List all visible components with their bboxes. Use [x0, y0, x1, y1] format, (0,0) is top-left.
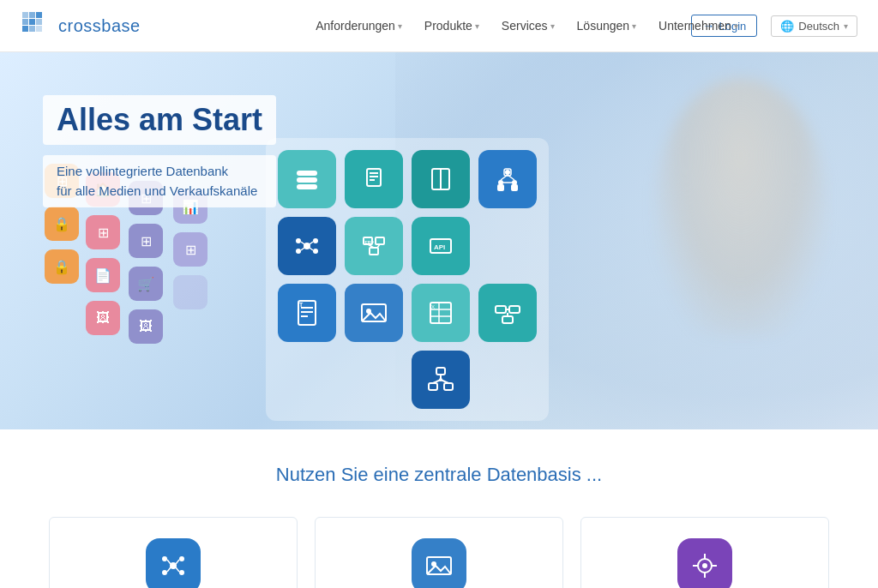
svg-rect-4: [29, 19, 35, 25]
hero-title-box: Alles am Start: [43, 95, 276, 145]
svg-rect-1: [29, 12, 35, 18]
svg-rect-6: [22, 26, 28, 32]
nav-services[interactable]: Services ▾: [493, 14, 563, 38]
grid-icon-textdoc: T: [278, 284, 336, 342]
hero-subtitle-box: Eine vollintegrierte Datenbank für alle …: [43, 155, 276, 207]
svg-line-32: [301, 242, 304, 244]
svg-text:X: X: [431, 304, 435, 309]
svg-rect-59: [502, 316, 513, 323]
grid-icon-empty1: [478, 217, 537, 275]
nav-anforderungen[interactable]: Anforderungen ▾: [307, 14, 411, 38]
deco-icon-13: ⊞: [173, 232, 207, 267]
deco-icon-2: 🔒: [45, 207, 79, 241]
hero-text-area: Alles am Start Eine vollintegrierte Date…: [43, 95, 276, 207]
svg-rect-37: [376, 237, 384, 244]
section-title: Nutzen Sie eine zentrale Datenbasis ...: [34, 464, 844, 486]
grid-icon-empty2: [278, 351, 336, 409]
svg-text:T: T: [299, 302, 304, 308]
grid-icon-db: [278, 150, 336, 208]
logo-text: crossbase: [58, 16, 141, 36]
svg-rect-5: [36, 19, 42, 25]
logo-icon: [21, 10, 51, 41]
card-pim: PIM Mit dem Product Information Manageme…: [49, 517, 298, 588]
grid-icon-workflow: [412, 351, 470, 409]
grid-icon-connect: [478, 284, 537, 342]
deco-icon-6: 📄: [86, 258, 120, 292]
hero-section: Alles am Start Eine vollintegrierte Date…: [0, 52, 878, 429]
svg-rect-0: [22, 12, 28, 18]
svg-line-35: [310, 248, 313, 250]
chevron-down-icon: ▾: [632, 21, 636, 31]
svg-point-80: [702, 563, 707, 568]
svg-line-73: [167, 560, 171, 564]
deco-icon-9: ⊞: [129, 224, 163, 258]
svg-line-33: [310, 242, 313, 244]
hero-subtitle: Eine vollintegrierte Datenbank für alle …: [57, 162, 262, 201]
svg-rect-26: [511, 184, 518, 191]
svg-rect-24: [497, 184, 504, 191]
cms-icon-circle: [677, 538, 732, 588]
deco-icon-3: 🔒: [45, 249, 79, 284]
grid-icon-excel: X: [412, 284, 470, 342]
svg-line-34: [301, 248, 304, 250]
grid-icon-network: [478, 150, 537, 208]
grid-icon-doc: [345, 150, 403, 208]
nav-loesungen[interactable]: Lösungen ▾: [568, 14, 646, 38]
svg-rect-3: [22, 19, 28, 25]
svg-point-29: [313, 238, 318, 243]
svg-point-69: [162, 556, 167, 561]
deco-icon-7: 🖼: [86, 301, 120, 335]
svg-rect-7: [29, 26, 35, 32]
grid-icon-cluster: [278, 217, 336, 275]
svg-text:API: API: [434, 243, 445, 251]
mam-icon-circle: [412, 538, 466, 588]
svg-point-31: [313, 249, 318, 254]
deco-icon-10: 🛒: [129, 267, 163, 301]
svg-point-18: [505, 170, 510, 175]
svg-rect-57: [509, 306, 520, 313]
svg-point-27: [304, 243, 310, 249]
svg-rect-2: [36, 12, 42, 18]
chevron-down-icon: ▾: [550, 21, 555, 31]
grid-icon-book: [412, 150, 470, 208]
main-nav: Anforderungen ▾ Produkte ▾ Services ▾ Lö…: [307, 14, 747, 38]
svg-point-30: [296, 249, 301, 254]
chevron-down-icon: ▾: [398, 21, 402, 31]
svg-line-74: [176, 560, 179, 564]
svg-rect-62: [429, 383, 437, 390]
svg-text:ERP: ERP: [365, 240, 375, 245]
nav-produkte[interactable]: Produkte ▾: [416, 14, 488, 38]
deco-icon-5: ⊞: [86, 215, 120, 249]
svg-rect-8: [36, 26, 42, 32]
svg-rect-61: [436, 368, 445, 375]
main-icon-grid: ERP API T: [266, 138, 549, 421]
chevron-down-icon: ▾: [734, 21, 738, 31]
svg-point-72: [179, 570, 184, 575]
svg-rect-10: [297, 177, 317, 183]
header: crossbase Anforderungen ▾ Produkte ▾ Ser…: [0, 0, 878, 52]
cards-row: PIM Mit dem Product Information Manageme…: [34, 517, 844, 588]
svg-point-70: [179, 556, 184, 561]
grid-icon-empty3: [345, 351, 403, 409]
bottom-section: Nutzen Sie eine zentrale Datenbasis ... …: [0, 429, 878, 588]
svg-line-75: [167, 567, 171, 572]
svg-point-71: [162, 570, 167, 575]
svg-line-76: [176, 567, 179, 572]
deco-icon-14: [173, 275, 207, 309]
lang-chevron-icon: ▾: [844, 21, 848, 31]
svg-rect-56: [496, 306, 506, 313]
chevron-down-icon: ▾: [475, 21, 479, 31]
pim-icon-circle: [146, 538, 201, 588]
logo[interactable]: crossbase: [21, 10, 141, 41]
svg-rect-63: [444, 383, 453, 390]
card-mam: MAM Mit dem Media Asset Management Bilde…: [315, 517, 563, 588]
svg-point-67: [439, 378, 442, 381]
grid-icon-api: API: [412, 217, 470, 275]
nav-unternehmen[interactable]: Unternehmen ▾: [650, 14, 747, 38]
svg-point-28: [296, 238, 301, 243]
hero-title: Alles am Start: [57, 102, 262, 138]
svg-rect-9: [297, 171, 317, 176]
language-selector[interactable]: 🌐 Deutsch ▾: [771, 15, 857, 37]
svg-rect-11: [297, 184, 317, 189]
globe-icon: 🌐: [780, 20, 794, 33]
